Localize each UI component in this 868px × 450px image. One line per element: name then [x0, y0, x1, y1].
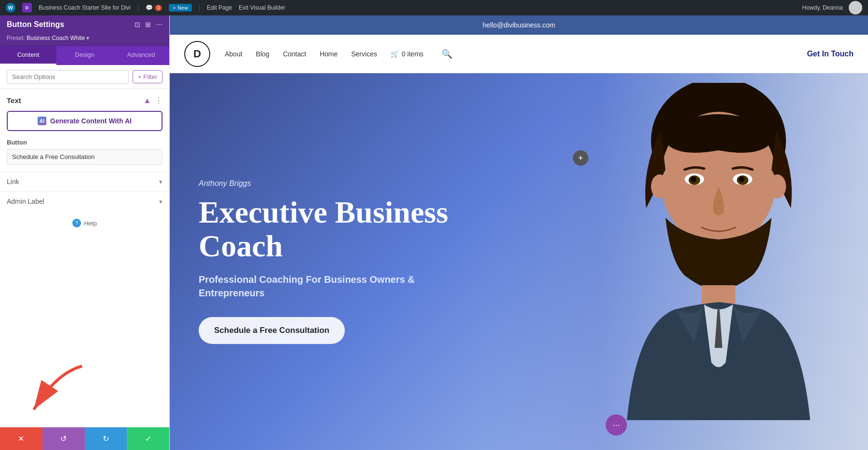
- svg-point-9: [651, 174, 668, 199]
- divi-icon: D: [22, 3, 32, 13]
- nav-cta-button[interactable]: Get In Touch: [807, 50, 854, 58]
- tab-content[interactable]: Content: [0, 46, 56, 65]
- admin-bar: W D Business Coach Starter Site for Divi…: [0, 0, 868, 15]
- new-button[interactable]: + New: [169, 4, 192, 12]
- svg-point-10: [769, 174, 786, 199]
- cancel-button[interactable]: ✕: [0, 427, 42, 450]
- section-title: Text: [7, 96, 21, 105]
- admin-label-title: Admin Label: [7, 198, 44, 205]
- site-email-link[interactable]: hello@divibusiness.com: [483, 21, 555, 29]
- exit-builder-link[interactable]: Exit Visual Builder: [239, 4, 285, 11]
- tab-design[interactable]: Design: [56, 46, 113, 65]
- preset-name: Business Coach White: [27, 35, 85, 41]
- site-nav: D About Blog Contact Home Services 🛒 0 i…: [170, 35, 868, 73]
- header-icons: ⊡ ⊞ ⋯: [135, 21, 163, 28]
- comment-count: 0: [155, 5, 163, 11]
- comment-bubble[interactable]: 💬 0: [146, 4, 163, 11]
- text-section: Text ▲ ⋮ AI Generate Content With AI But…: [0, 89, 169, 172]
- site-email-bar: hello@divibusiness.com: [170, 15, 868, 35]
- button-field-group: Button: [7, 139, 163, 165]
- save-button[interactable]: ✓: [127, 427, 169, 450]
- hero-content: Anthony Briggs Executive Business Coach …: [170, 160, 478, 364]
- nav-links: About Blog Contact Home Services 🛒 0 ite…: [225, 49, 807, 59]
- button-text-input[interactable]: [7, 149, 163, 165]
- link-chevron-icon: ▾: [159, 178, 163, 185]
- grid-icon[interactable]: ⊞: [145, 21, 151, 28]
- hero-title: Executive Business Coach: [199, 196, 449, 264]
- hero-image-area: [484, 73, 868, 450]
- ai-generate-button[interactable]: AI Generate Content With AI: [7, 111, 163, 131]
- site-name: Business Coach Starter Site for Divi: [39, 4, 131, 11]
- ai-icon: AI: [38, 117, 46, 125]
- section-header: Text ▲ ⋮: [7, 96, 163, 105]
- howdy-text: Howdy, Deanna: [802, 4, 843, 11]
- nav-cart[interactable]: 🛒 0 items: [391, 50, 423, 58]
- cart-count: 0 items: [402, 50, 423, 58]
- bottom-toolbar: ✕ ↺ ↻ ✓: [0, 427, 169, 450]
- website-preview: hello@divibusiness.com D About Blog Cont…: [170, 15, 868, 450]
- help-section: ? Help: [0, 211, 169, 235]
- button-field-label: Button: [7, 139, 163, 146]
- nav-search-icon[interactable]: 🔍: [442, 49, 452, 59]
- add-element-button[interactable]: +: [573, 150, 588, 166]
- filter-button[interactable]: + Filter: [133, 70, 163, 83]
- sidebar-header: Button Settings ⊡ ⊞ ⋯: [0, 15, 169, 34]
- wordpress-icon: W: [6, 3, 15, 13]
- avatar: [849, 1, 862, 14]
- hero-author: Anthony Briggs: [199, 179, 449, 188]
- undo-button[interactable]: ↺: [42, 427, 85, 450]
- nav-services[interactable]: Services: [351, 50, 377, 58]
- nav-about[interactable]: About: [225, 50, 243, 58]
- link-section[interactable]: Link ▾: [0, 172, 169, 191]
- sidebar-tabs: Content Design Advanced: [0, 46, 169, 65]
- preset-bar[interactable]: Preset: Business Coach White ▾: [0, 34, 169, 46]
- nav-blog[interactable]: Blog: [256, 50, 270, 58]
- screen-icon[interactable]: ⊡: [135, 21, 140, 28]
- admin-label-section[interactable]: Admin Label ▾: [0, 191, 169, 211]
- admin-chevron-icon: ▾: [159, 198, 163, 205]
- help-icon: ?: [72, 219, 81, 227]
- hero-subtitle: Professional Coaching For Business Owner…: [199, 273, 449, 300]
- tab-advanced[interactable]: Advanced: [113, 46, 169, 65]
- search-input[interactable]: [7, 70, 129, 84]
- svg-point-7: [691, 176, 696, 182]
- more-options-icon[interactable]: ⋯: [156, 21, 163, 28]
- redo-button[interactable]: ↻: [85, 427, 127, 450]
- edit-page-link[interactable]: Edit Page: [207, 4, 232, 11]
- hero-person-image: [598, 83, 839, 420]
- nav-home[interactable]: Home: [320, 50, 338, 58]
- sidebar-panel: Button Settings ⊡ ⊞ ⋯ Preset: Business C…: [0, 15, 170, 450]
- module-options-button[interactable]: ···: [606, 414, 627, 436]
- panel-title: Button Settings: [7, 20, 64, 29]
- collapse-icon[interactable]: ▲: [143, 96, 151, 105]
- red-arrow-annotation: [0, 361, 92, 426]
- section-more-icon[interactable]: ⋮: [155, 96, 163, 105]
- help-button[interactable]: ? Help: [72, 219, 97, 227]
- search-area: + Filter: [0, 65, 169, 89]
- hero-section: Anthony Briggs Executive Business Coach …: [170, 73, 868, 450]
- nav-contact[interactable]: Contact: [283, 50, 306, 58]
- link-title: Link: [7, 178, 19, 185]
- site-logo: D: [184, 41, 210, 67]
- hero-cta-button[interactable]: Schedule a Free Consultation: [199, 317, 345, 344]
- svg-point-8: [739, 176, 745, 182]
